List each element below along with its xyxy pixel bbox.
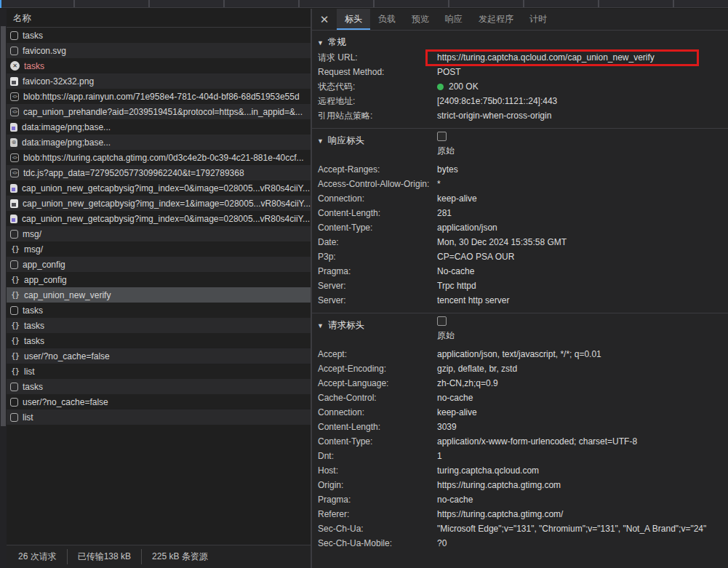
response-header-rows: Accept-Ranges:bytesAccess-Control-Allow-…	[312, 162, 728, 308]
script-icon	[10, 92, 19, 101]
header-row: Server:Trpc httpd	[312, 279, 728, 293]
request-row[interactable]: favicon-32x32.png	[7, 73, 311, 89]
status-ok-dot-icon	[437, 84, 444, 90]
request-row[interactable]: msg/	[7, 241, 311, 257]
header-name: Server:	[318, 293, 437, 308]
page-scrollbar[interactable]	[0, 9, 7, 568]
request-name: data:image/png;base...	[22, 122, 111, 132]
request-name: favicon.svg	[23, 46, 66, 56]
header-value: application/json	[437, 220, 728, 235]
request-name: tasks	[24, 336, 44, 346]
header-name: 远程地址:	[318, 94, 437, 108]
tab-initiator[interactable]: 发起程序	[471, 9, 521, 30]
header-name: 状态代码:	[318, 79, 437, 94]
general-section: ▼常规 请求 URL:https://turing.captcha.qcloud…	[312, 31, 728, 129]
request-row[interactable]: list	[7, 364, 311, 379]
transferred-size: 已传输138 kB	[67, 549, 141, 564]
request-row[interactable]: tasks	[7, 303, 311, 318]
header-value: application/x-www-form-urlencoded; chars…	[437, 434, 728, 449]
header-name: Cache-Control:	[318, 391, 437, 405]
request-row[interactable]: cap_union_prehandle?aid=2039519451&proto…	[7, 104, 311, 119]
request-row[interactable]: msg/	[7, 226, 311, 241]
page-scrollbar-thumb[interactable]	[1, 26, 6, 426]
request-row[interactable]: tasks	[7, 333, 311, 348]
request-row[interactable]: data:image/png;base...	[7, 135, 311, 150]
request-name: tasks	[24, 61, 44, 71]
image-icon	[10, 77, 18, 86]
header-row: Content-Length:281	[312, 206, 728, 220]
header-value-text: https://turing.captcha.gtimg.com/	[437, 509, 563, 519]
header-name: Access-Control-Allow-Origin:	[318, 177, 437, 191]
header-row: P3p:CP=CAO PSA OUR	[312, 249, 728, 264]
script-icon	[10, 169, 19, 177]
header-name: Server:	[318, 279, 437, 293]
request-row[interactable]: tasks	[7, 379, 311, 394]
script-icon	[10, 153, 19, 162]
doc-blocked-icon	[10, 138, 17, 147]
request-headers-section: ▼请求标头 原始 Accept:application/json, text/j…	[312, 313, 728, 556]
header-name: Host:	[318, 463, 437, 478]
request-row[interactable]: tasks	[7, 28, 311, 43]
request-row[interactable]: data:image/png;base...	[7, 119, 311, 135]
header-name: Sec-Ch-Ua-Mobile:	[318, 536, 437, 551]
name-column-header[interactable]: 名称	[7, 9, 311, 28]
header-row: Accept-Encoding:gzip, deflate, br, zstd	[312, 361, 728, 376]
request-headers-section-header[interactable]: ▼请求标头 原始	[312, 313, 728, 347]
header-name: Accept:	[318, 347, 437, 361]
request-row[interactable]: tasks	[7, 318, 311, 333]
request-row[interactable]: cap_union_new_getcapbysig?img_index=0&im…	[7, 211, 311, 226]
request-row[interactable]: blob:https://app.rainyun.com/71e958e4-78…	[7, 89, 311, 104]
header-name: 引用站点策略:	[318, 108, 437, 123]
tab-preview[interactable]: 预览	[404, 9, 437, 30]
header-value: "Microsoft Edge";v="131", "Chromium";v="…	[437, 521, 728, 536]
header-name: Dnt:	[318, 449, 437, 463]
header-value-text: 1	[437, 451, 442, 461]
header-value-text: No-cache	[437, 266, 474, 276]
request-row[interactable]: cap_union_new_getcapbysig?img_index=0&im…	[7, 180, 311, 196]
raw-headers-checkbox[interactable]	[437, 132, 447, 141]
collapse-triangle-icon: ▼	[317, 137, 324, 145]
header-value: no-cache	[437, 391, 728, 405]
general-rows: 请求 URL:https://turing.captcha.qcloud.com…	[312, 50, 728, 123]
header-row: Connection:keep-alive	[312, 191, 728, 206]
header-value-text: keep-alive	[437, 407, 477, 417]
network-overview-strip[interactable]	[0, 0, 728, 8]
request-row[interactable]: blob:https://turing.captcha.gtimg.com/0d…	[7, 150, 311, 165]
request-row[interactable]: app_config	[7, 257, 311, 272]
tab-timing[interactable]: 计时	[521, 9, 555, 30]
file-icon	[10, 398, 18, 407]
file-icon	[10, 31, 18, 40]
general-section-header[interactable]: ▼常规	[312, 31, 728, 50]
request-row[interactable]: tasks	[7, 58, 311, 73]
request-row[interactable]: list	[7, 409, 311, 425]
fetch-icon	[10, 321, 20, 330]
general-section-title: 常规	[328, 37, 346, 47]
tab-headers[interactable]: 标头	[337, 9, 370, 30]
request-name: cap_union_new_getcapbysig?img_index=0&im…	[22, 183, 310, 193]
tab-payload[interactable]: 负载	[370, 9, 404, 30]
request-row[interactable]: cap_union_new_getcapbysig?img_index=1&im…	[7, 196, 311, 211]
header-name: Accept-Language:	[318, 376, 437, 391]
close-icon[interactable]: ✕	[312, 9, 337, 30]
request-name: tasks	[24, 321, 44, 331]
resources-size: 225 kB 条资源	[141, 549, 218, 564]
file-icon	[10, 306, 18, 315]
header-value-text: 3039	[437, 422, 457, 432]
file-icon	[10, 413, 18, 422]
overview-accent-line	[0, 0, 1, 8]
request-name: data:image/png;base...	[22, 137, 111, 148]
request-row[interactable]: cap_union_new_verify	[7, 287, 311, 303]
request-row[interactable]: tdc.js?app_data=7279520577309962240&t=17…	[7, 165, 311, 180]
annotated-request-url: https://turing.captcha.qcloud.com/cap_un…	[425, 49, 699, 66]
tab-response[interactable]: 响应	[437, 9, 471, 30]
header-name: 请求 URL:	[318, 50, 437, 65]
response-headers-section-header[interactable]: ▼响应标头 原始	[312, 129, 728, 162]
header-row: Host:turing.captcha.qcloud.com	[312, 463, 728, 478]
request-row[interactable]: favicon.svg	[7, 43, 311, 58]
request-row[interactable]: user/?no_cache=false	[7, 348, 311, 364]
header-value-text: gzip, deflate, br, zstd	[437, 364, 517, 374]
request-row[interactable]: user/?no_cache=false	[7, 394, 311, 409]
raw-headers-checkbox[interactable]	[437, 316, 447, 326]
header-row: 远程地址:[2409:8c1e:75b0:1121::24]:443	[312, 94, 728, 108]
request-row[interactable]: app_config	[7, 272, 311, 287]
